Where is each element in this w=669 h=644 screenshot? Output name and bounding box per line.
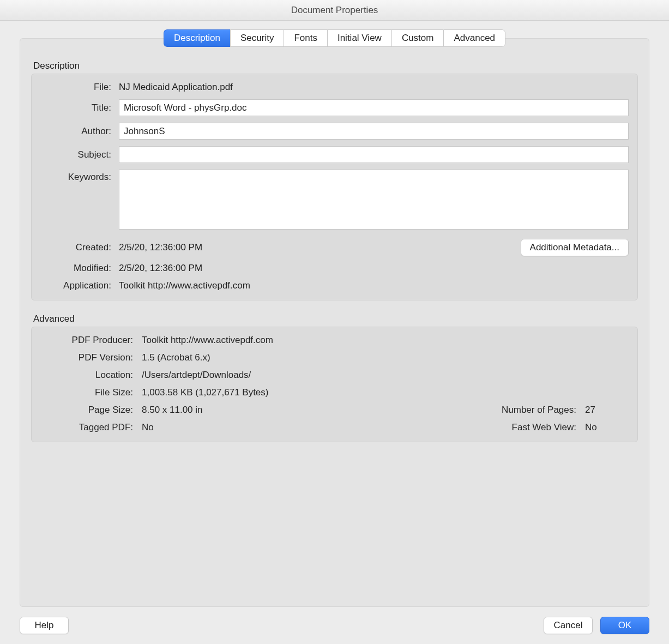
filesize-label: File Size: <box>40 387 133 398</box>
tab-advanced[interactable]: Advanced <box>443 29 505 47</box>
subject-label: Subject: <box>40 149 111 160</box>
filesize-value: 1,003.58 KB (1,027,671 Bytes) <box>142 387 629 398</box>
numpages-label: Number of Pages: <box>462 405 576 416</box>
dialog-content: Description Security Fonts Initial View … <box>0 21 669 644</box>
modified-label: Modified: <box>40 263 111 274</box>
author-label: Author: <box>40 126 111 137</box>
tab-custom[interactable]: Custom <box>391 29 444 47</box>
tagged-value: No <box>142 422 453 433</box>
created-label: Created: <box>40 242 111 253</box>
tagged-label: Tagged PDF: <box>40 422 133 433</box>
modified-value: 2/5/20, 12:36:00 PM <box>119 263 629 274</box>
created-value: 2/5/20, 12:36:00 PM <box>119 242 513 253</box>
window-titlebar: Document Properties <box>0 0 669 21</box>
keywords-field[interactable] <box>119 170 629 230</box>
producer-label: PDF Producer: <box>40 335 133 346</box>
cancel-button[interactable]: Cancel <box>544 617 593 634</box>
pagesize-value: 8.50 x 11.00 in <box>142 405 453 416</box>
file-value: NJ Medicaid Application.pdf <box>119 82 629 93</box>
fastweb-label: Fast Web View: <box>462 422 576 433</box>
description-heading: Description <box>33 61 638 71</box>
fastweb-value: No <box>585 422 629 433</box>
location-value: /Users/artdept/Downloads/ <box>142 370 629 381</box>
tab-group: Description Security Fonts Initial View … <box>164 29 505 47</box>
ok-button[interactable]: OK <box>600 617 649 634</box>
pagesize-label: Page Size: <box>40 405 133 416</box>
version-value: 1.5 (Acrobat 6.x) <box>142 352 629 363</box>
keywords-label: Keywords: <box>40 170 111 183</box>
tab-security[interactable]: Security <box>230 29 284 47</box>
main-panel: Description File: NJ Medicaid Applicatio… <box>20 38 649 607</box>
help-button[interactable]: Help <box>20 617 69 634</box>
tab-fonts[interactable]: Fonts <box>284 29 327 47</box>
version-label: PDF Version: <box>40 352 133 363</box>
advanced-group: PDF Producer: Toolkit http://www.activep… <box>31 327 638 442</box>
advanced-heading: Advanced <box>33 314 638 324</box>
tab-bar: Description Security Fonts Initial View … <box>0 21 669 47</box>
producer-value: Toolkit http://www.activepdf.com <box>142 335 629 346</box>
title-label: Title: <box>40 103 111 113</box>
dialog-footer: Help Cancel OK <box>0 617 669 634</box>
numpages-value: 27 <box>585 405 629 416</box>
additional-metadata-button[interactable]: Additional Metadata... <box>521 239 629 256</box>
location-label: Location: <box>40 370 133 381</box>
author-field[interactable] <box>119 123 629 140</box>
tab-description[interactable]: Description <box>164 29 230 47</box>
file-label: File: <box>40 82 111 93</box>
subject-field[interactable] <box>119 146 629 163</box>
title-field[interactable] <box>119 99 629 116</box>
window-title: Document Properties <box>291 5 378 16</box>
application-value: Toolkit http://www.activepdf.com <box>119 280 629 291</box>
description-group: File: NJ Medicaid Application.pdf Title:… <box>31 74 638 300</box>
application-label: Application: <box>40 280 111 291</box>
tab-initial-view[interactable]: Initial View <box>327 29 391 47</box>
